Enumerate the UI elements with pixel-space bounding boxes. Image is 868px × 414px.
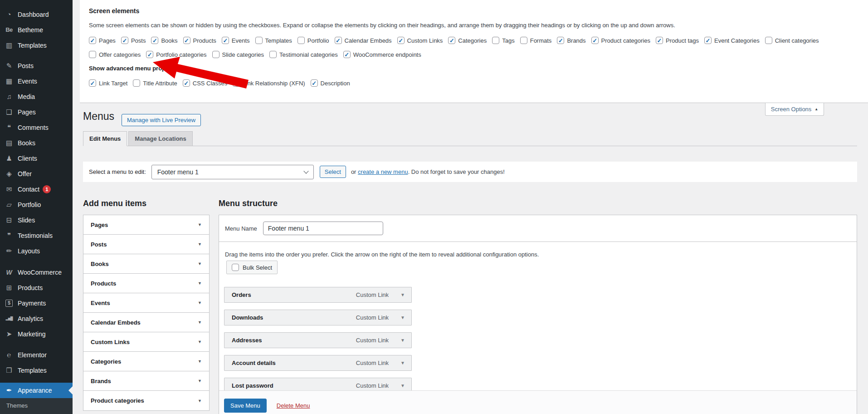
sidebar-item-events[interactable]: ▦Events	[0, 74, 73, 89]
checkbox-checked[interactable]: ✓	[591, 37, 599, 44]
screen-option-portfolio-categories[interactable]: ✓Portfolio categories	[146, 51, 206, 58]
chevron-down-icon[interactable]: ▼	[400, 360, 405, 365]
screen-option-templates[interactable]: Templates	[255, 37, 292, 44]
checkbox-checked[interactable]: ✓	[335, 37, 342, 44]
menu-item-orders[interactable]: OrdersCustom Link▼	[224, 287, 412, 303]
delete-menu-link[interactable]: Delete Menu	[277, 402, 310, 409]
accordion-section-product-categories[interactable]: Product categories▼	[83, 391, 209, 410]
checkbox-checked[interactable]: ✓	[656, 37, 663, 44]
select-button[interactable]: Select	[320, 166, 346, 178]
menu-item-addresses[interactable]: AddressesCustom Link▼	[224, 332, 412, 348]
screen-option-pages[interactable]: ✓Pages	[89, 37, 116, 44]
tab-edit-menus[interactable]: Edit Menus	[83, 131, 127, 146]
checkbox-unchecked[interactable]	[520, 37, 527, 44]
checkbox-checked[interactable]: ✓	[557, 37, 564, 44]
screen-option-link-relationship-xfn[interactable]: ✓Link Relationship (XFN)	[233, 79, 305, 87]
sidebar-item-analytics[interactable]: ▂▅█Analytics	[0, 311, 73, 326]
screen-option-testimonial-categories[interactable]: Testimonial categories	[269, 51, 338, 58]
chevron-down-icon[interactable]: ▼	[198, 320, 202, 325]
chevron-down-icon[interactable]: ▼	[400, 338, 405, 343]
checkbox-unchecked[interactable]	[255, 37, 263, 44]
menu-item-account-details[interactable]: Account detailsCustom Link▼	[224, 355, 412, 371]
sidebar-item-comments[interactable]: ❝Comments	[0, 120, 73, 135]
screen-option-formats[interactable]: Formats	[520, 37, 552, 44]
chevron-down-icon[interactable]: ▼	[198, 301, 202, 305]
chevron-down-icon[interactable]: ▼	[198, 281, 202, 286]
accordion-section-calendar-embeds[interactable]: Calendar Embeds▼	[83, 313, 209, 332]
checkbox-checked[interactable]: ✓	[183, 79, 190, 87]
menu-select-dropdown[interactable]: Footer menu 1	[151, 165, 314, 179]
sidebar-item-offer[interactable]: ◈Offer	[0, 166, 73, 182]
checkbox-unchecked[interactable]	[269, 51, 277, 58]
sidebar-item-pages[interactable]: ❑Pages	[0, 104, 73, 120]
screen-option-calendar-embeds[interactable]: ✓Calendar Embeds	[335, 37, 392, 44]
sidebar-item-slides[interactable]: ⊟Slides	[0, 212, 73, 228]
checkbox-checked[interactable]: ✓	[151, 37, 158, 44]
menu-item-downloads[interactable]: DownloadsCustom Link▼	[224, 310, 412, 325]
checkbox-checked[interactable]: ✓	[704, 37, 712, 44]
bulk-select-control[interactable]: Bulk Select	[226, 261, 278, 274]
tab-manage-locations[interactable]: Manage Locations	[128, 131, 192, 146]
screen-option-tags[interactable]: Tags	[492, 37, 514, 44]
checkbox-unchecked[interactable]	[212, 51, 219, 58]
create-new-menu-link[interactable]: create a new menu	[358, 168, 408, 175]
screen-option-product-tags[interactable]: ✓Product tags	[656, 37, 699, 44]
sidebar-item-testimonials[interactable]: ❞Testimonials	[0, 228, 73, 243]
accordion-section-events[interactable]: Events▼	[83, 293, 209, 313]
screen-option-books[interactable]: ✓Books	[151, 37, 177, 44]
screen-option-portfolio[interactable]: Portfolio	[297, 37, 329, 44]
checkbox-unchecked[interactable]	[297, 37, 305, 44]
chevron-down-icon[interactable]: ▼	[400, 315, 405, 320]
manage-with-live-preview-button[interactable]: Manage with Live Preview	[122, 114, 201, 126]
sidebar-item-betheme[interactable]: BeBetheme	[0, 22, 73, 38]
sidebar-item-woocommerce[interactable]: WWooCommerce	[0, 265, 73, 280]
screen-option-description[interactable]: ✓Description	[311, 79, 350, 87]
sidebar-item-payments[interactable]: $Payments	[0, 296, 73, 311]
screen-option-products[interactable]: ✓Products	[183, 37, 216, 44]
accordion-section-products[interactable]: Products▼	[83, 274, 209, 293]
checkbox-checked[interactable]: ✓	[183, 37, 190, 44]
checkbox-checked[interactable]: ✓	[397, 37, 405, 44]
screen-option-posts[interactable]: ✓Posts	[121, 37, 146, 44]
chevron-down-icon[interactable]: ▼	[400, 383, 405, 388]
screen-option-brands[interactable]: ✓Brands	[557, 37, 585, 44]
screen-option-link-target[interactable]: ✓Link Target	[89, 79, 127, 87]
accordion-section-categories[interactable]: Categories▼	[83, 352, 209, 371]
save-menu-button[interactable]: Save Menu	[224, 399, 267, 413]
checkbox-unchecked[interactable]	[765, 37, 772, 44]
sidebar-item-products[interactable]: ⊞Products	[0, 280, 73, 296]
sidebar-item-contact[interactable]: ✉Contact1	[0, 182, 73, 197]
screen-option-categories[interactable]: ✓Categories	[448, 37, 487, 44]
checkbox-unchecked[interactable]	[133, 79, 140, 87]
checkbox-checked[interactable]: ✓	[311, 79, 318, 87]
screen-option-product-categories[interactable]: ✓Product categories	[591, 37, 650, 44]
screen-option-woocommerce-endpoints[interactable]: ✓WooCommerce endpoints	[343, 51, 421, 58]
sidebar-item-books[interactable]: ▤Books	[0, 135, 73, 151]
checkbox-checked[interactable]: ✓	[89, 79, 96, 87]
screen-option-custom-links[interactable]: ✓Custom Links	[397, 37, 443, 44]
chevron-down-icon[interactable]: ▼	[198, 379, 202, 383]
sidebar-item-media[interactable]: ♫Media	[0, 89, 73, 104]
screen-option-slide-categories[interactable]: Slide categories	[212, 51, 264, 58]
screen-option-title-attribute[interactable]: Title Attribute	[133, 79, 177, 87]
sidebar-item-portfolio[interactable]: ▱Portfolio	[0, 197, 73, 212]
screen-option-client-categories[interactable]: Client categories	[765, 37, 819, 44]
accordion-section-posts[interactable]: Posts▼	[83, 235, 209, 254]
chevron-down-icon[interactable]: ▼	[198, 340, 202, 344]
screen-option-offer-categories[interactable]: Offer categories	[89, 51, 141, 58]
accordion-section-pages[interactable]: Pages▼	[83, 215, 209, 235]
sidebar-item-themes[interactable]: Themes	[6, 402, 28, 409]
bulk-select-checkbox[interactable]	[232, 264, 239, 271]
screen-options-toggle[interactable]: Screen Options ▲	[765, 103, 824, 116]
chevron-down-icon[interactable]: ▼	[198, 222, 202, 227]
checkbox-checked[interactable]: ✓	[89, 37, 96, 44]
checkbox-unchecked[interactable]	[89, 51, 96, 58]
sidebar-item-templates[interactable]: ❒Templates	[0, 363, 73, 378]
checkbox-checked[interactable]: ✓	[121, 37, 128, 44]
chevron-down-icon[interactable]: ▼	[198, 261, 202, 266]
checkbox-checked[interactable]: ✓	[222, 37, 229, 44]
sidebar-item-clients[interactable]: ♟Clients	[0, 151, 73, 166]
sidebar-item-templates[interactable]: ▥Templates	[0, 38, 73, 53]
sidebar-item-posts[interactable]: ✎Posts	[0, 58, 73, 74]
checkbox-checked[interactable]: ✓	[146, 51, 153, 58]
